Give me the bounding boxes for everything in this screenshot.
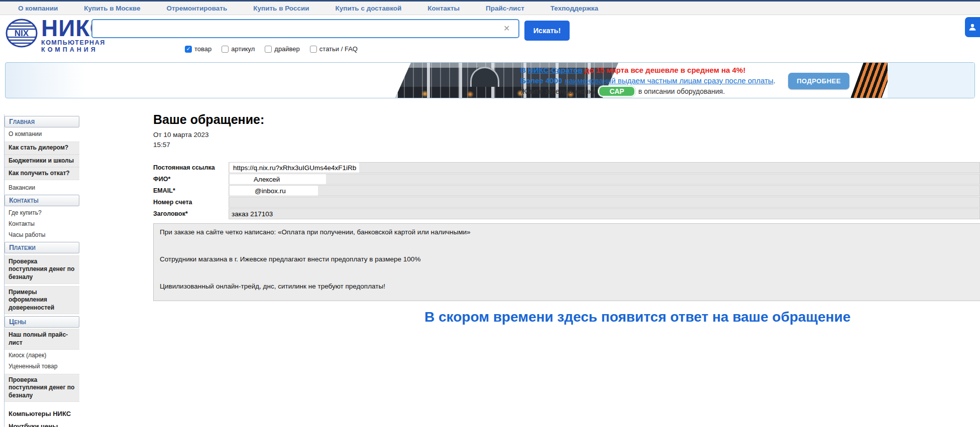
message-text-area[interactable]: При заказе на сайте четко написано: «Опл… bbox=[153, 223, 980, 301]
promo-pickup-link[interactable]: наименований выдаем частным лицам сразу … bbox=[565, 76, 773, 85]
sidebar-item-budget[interactable]: Бюджетники и школы bbox=[5, 155, 79, 168]
sidebar-header-main: Главная bbox=[5, 116, 79, 127]
checkbox-checked-icon: ✓ bbox=[185, 46, 192, 53]
checkbox-unchecked-icon bbox=[222, 46, 229, 53]
checkbox-artikul[interactable]: артикул bbox=[222, 45, 255, 53]
nav-about-company[interactable]: О компании bbox=[18, 5, 58, 12]
sidebar-item-full-pricelist[interactable]: Наш полный прайс-лист bbox=[5, 329, 79, 349]
promo-line-2: Более 4000наименований выдаем частным ли… bbox=[520, 75, 776, 86]
logo-subtitle-2: КОМПАНИЯ bbox=[41, 46, 107, 53]
field-label-permalink: Постоянная ссылка bbox=[153, 162, 229, 173]
more-details-button[interactable]: ПОДРОБНЕЕ bbox=[788, 73, 849, 89]
sidebar-item-payment-check-2[interactable]: Проверка поступления денег по безналу bbox=[5, 374, 79, 402]
svg-text:NIX: NIX bbox=[15, 29, 29, 38]
cap-green-button[interactable]: САР bbox=[598, 86, 635, 97]
checkbox-label: драйвер bbox=[274, 45, 300, 53]
search-area: ✕ Искать! ✓ товар артикул драйвер статьи… bbox=[91, 19, 519, 38]
message-paragraph: Цивилизованный онлайн-трейд, днс, ситили… bbox=[160, 282, 980, 291]
search-button[interactable]: Искать! bbox=[524, 21, 570, 41]
promo-bold-count: Более 4000 bbox=[520, 76, 562, 85]
permalink-field[interactable]: https://q.nix.ru?xRhx3uIGUms4e4xF1iRb bbox=[230, 163, 359, 173]
request-date: От 10 марта 2023 bbox=[153, 131, 980, 138]
top-navigation: О компании Купить в Москве Отремонтирова… bbox=[0, 0, 980, 15]
promo-red-text: до 15 марта все дешевле в среднем на 4%! bbox=[585, 66, 746, 74]
sidebar-item-poa-examples[interactable]: Примеры оформления доверенностей bbox=[5, 286, 79, 315]
sidebar-item-payment-check[interactable]: Проверка поступления денег по безналу bbox=[5, 255, 79, 284]
sidebar-menu: Главная О компании Как стать дилером? Бю… bbox=[4, 114, 79, 427]
form-row-fio: ФИО* Алексей bbox=[153, 174, 980, 185]
sidebar-header-contacts: Контакты bbox=[5, 195, 79, 206]
nav-tech-support[interactable]: Техподдержка bbox=[551, 5, 598, 12]
checkbox-label: артикул bbox=[231, 45, 255, 53]
banner-right-panel bbox=[888, 63, 975, 98]
sidebar-header-payments: Платежи bbox=[5, 242, 79, 253]
subject-field[interactable]: заказ 217103 bbox=[229, 208, 980, 219]
main-content: Ваше обращение: От 10 марта 2023 15:57 П… bbox=[153, 112, 980, 325]
form-row-email: EMAIL* @inbox.ru bbox=[153, 185, 980, 196]
email-field[interactable]: @inbox.ru bbox=[230, 186, 318, 196]
field-label-fio: ФИО* bbox=[153, 174, 229, 185]
checkbox-tovar[interactable]: ✓ товар bbox=[185, 45, 211, 53]
sidebar-header-prices: Цены bbox=[5, 316, 79, 328]
checkbox-unchecked-icon bbox=[310, 46, 317, 53]
checkbox-driver[interactable]: драйвер bbox=[265, 45, 300, 53]
clear-search-icon[interactable]: ✕ bbox=[503, 24, 510, 33]
sidebar-item-hours[interactable]: Часы работы bbox=[5, 229, 79, 240]
promo-line-3: Жмите зеленую кнопкуСАРв описании оборуд… bbox=[520, 86, 776, 97]
sidebar-item-dealer[interactable]: Как стать дилером? bbox=[5, 141, 79, 155]
form-row-subject: Заголовок* заказ 217103 bbox=[153, 208, 980, 219]
field-label-email: EMAIL* bbox=[153, 185, 229, 196]
request-time: 15:57 bbox=[153, 141, 980, 149]
checkbox-unchecked-icon bbox=[265, 46, 272, 53]
sidebar-item-notebooks[interactable]: Ноутбуки цены bbox=[5, 420, 97, 427]
sidebar-item-contacts[interactable]: Контакты bbox=[5, 218, 79, 229]
request-form: Постоянная ссылка https://q.nix.ru?xRhx3… bbox=[153, 162, 980, 219]
sidebar-item-discounted[interactable]: Уцененный товар bbox=[5, 361, 79, 372]
search-input[interactable] bbox=[91, 19, 519, 38]
form-row-permalink: Постоянная ссылка https://q.nix.ru?xRhx3… bbox=[153, 162, 980, 173]
nav-price-list[interactable]: Прайс-лист bbox=[486, 5, 524, 12]
promo-prefix: В bbox=[520, 66, 526, 74]
user-icon bbox=[968, 23, 977, 32]
arch-window-shape bbox=[470, 67, 499, 87]
form-row-account-number: Номер счета bbox=[153, 197, 980, 208]
sidebar-item-where-buy[interactable]: Где купить? bbox=[5, 207, 79, 218]
field-label-subject: Заголовок* bbox=[153, 208, 229, 219]
fio-field[interactable]: Алексей bbox=[230, 174, 326, 184]
checkbox-label: статьи / FAQ bbox=[319, 45, 358, 53]
sidebar-item-kiosk[interactable]: Киоск (ларек) bbox=[5, 350, 79, 361]
promo-line-1: ВНИКС-Саратовдо 15 марта все дешевле в с… bbox=[520, 65, 776, 75]
checkbox-articles-faq[interactable]: статьи / FAQ bbox=[310, 45, 358, 53]
message-paragraph: При заказе на сайте четко написано: «Опл… bbox=[160, 228, 980, 236]
message-paragraph: Сотрудники магазина в г. Ижевске предлаг… bbox=[160, 255, 980, 263]
account-number-field[interactable] bbox=[229, 197, 980, 208]
sidebar-item-vacancies[interactable]: Вакансии bbox=[5, 182, 79, 193]
sidebar-item-about[interactable]: О компании bbox=[5, 128, 79, 139]
pending-reply-notice: В скором времени здесь появится ответ на… bbox=[424, 309, 980, 325]
nav-buy-russia[interactable]: Купить в России bbox=[253, 5, 309, 12]
nav-contacts[interactable]: Контакты bbox=[427, 5, 460, 12]
sidebar-item-computers[interactable]: Компьютеры НИКС bbox=[5, 408, 97, 420]
sidebar-item-otkat[interactable]: Как получить откат? bbox=[5, 167, 79, 180]
page-title: Ваше обращение: bbox=[153, 112, 980, 127]
nav-buy-moscow[interactable]: Купить в Москве bbox=[84, 5, 140, 12]
field-label-account-number: Номер счета bbox=[153, 197, 229, 208]
logo-subtitle-1: КОМПЬЮТЕРНАЯ bbox=[41, 39, 107, 46]
nix-saratov-link[interactable]: НИКС-Саратов bbox=[528, 66, 583, 74]
account-button[interactable] bbox=[965, 17, 980, 37]
site-header: NIX НИКС КОМПЬЮТЕРНАЯ КОМПАНИЯ ✕ Искать!… bbox=[0, 17, 980, 60]
nav-repair[interactable]: Отремонтировать bbox=[166, 5, 227, 12]
nix-oval-icon: NIX bbox=[5, 18, 38, 48]
promo-banner: ВНИКС-Саратовдо 15 марта все дешевле в с… bbox=[5, 62, 975, 98]
checkbox-label: товар bbox=[194, 45, 211, 53]
nav-buy-delivery[interactable]: Купить с доставкой bbox=[336, 5, 402, 12]
